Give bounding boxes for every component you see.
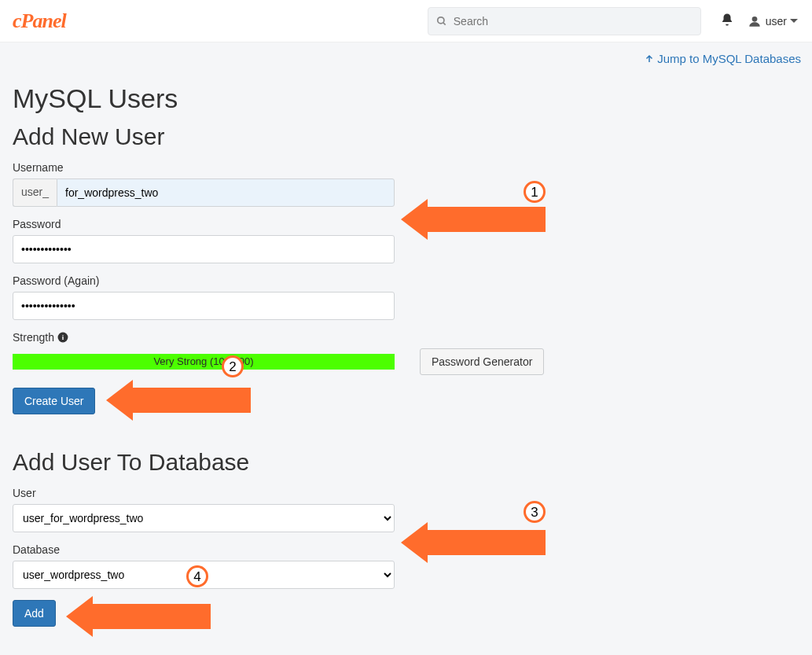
user-label: user bbox=[766, 15, 787, 28]
username-input[interactable] bbox=[57, 178, 395, 207]
user-select-label: User bbox=[13, 487, 799, 499]
password-label: Password bbox=[13, 218, 799, 230]
user-icon bbox=[748, 15, 761, 28]
annotation-number-2: 2 bbox=[222, 355, 244, 377]
jump-link-text: Jump to MySQL Databases bbox=[657, 52, 801, 65]
password-again-input[interactable] bbox=[13, 292, 395, 320]
search-input[interactable] bbox=[454, 15, 693, 28]
username-label: Username bbox=[13, 161, 799, 174]
strength-label: Strength i bbox=[13, 331, 799, 344]
svg-point-0 bbox=[438, 17, 444, 23]
caret-down-icon bbox=[790, 17, 798, 25]
add-user-to-db-heading: Add User To Database bbox=[13, 449, 799, 476]
add-button[interactable]: Add bbox=[13, 600, 56, 627]
add-new-user-heading: Add New User bbox=[13, 123, 799, 150]
create-user-button[interactable]: Create User bbox=[13, 388, 95, 414]
annotation-number-1: 1 bbox=[524, 181, 546, 203]
annotation-number-4: 4 bbox=[186, 565, 208, 587]
user-select[interactable]: user_for_wordpress_two bbox=[13, 504, 395, 532]
database-select-label: Database bbox=[13, 543, 799, 556]
annotation-number-3: 3 bbox=[524, 501, 546, 523]
svg-line-1 bbox=[443, 22, 446, 24]
username-prefix: user_ bbox=[13, 178, 57, 207]
search-icon bbox=[436, 16, 447, 27]
strength-meter: Very Strong (100/100) bbox=[13, 354, 395, 370]
notifications-icon[interactable] bbox=[720, 13, 734, 29]
cpanel-logo: cPanel bbox=[13, 9, 66, 33]
info-icon[interactable]: i bbox=[57, 332, 68, 343]
topnav: cPanel user bbox=[0, 0, 812, 42]
page-title: MySQL Users bbox=[13, 83, 799, 114]
search-box[interactable] bbox=[428, 7, 701, 35]
svg-point-2 bbox=[751, 17, 757, 22]
password-generator-button[interactable]: Password Generator bbox=[420, 348, 544, 375]
jump-to-databases-link[interactable]: Jump to MySQL Databases bbox=[645, 52, 801, 65]
page-body: Jump to MySQL Databases MySQL Users Add … bbox=[0, 42, 812, 655]
password-input[interactable] bbox=[13, 235, 395, 263]
user-menu[interactable]: user bbox=[748, 15, 799, 28]
arrow-up-icon bbox=[645, 54, 654, 64]
password-again-label: Password (Again) bbox=[13, 274, 799, 287]
